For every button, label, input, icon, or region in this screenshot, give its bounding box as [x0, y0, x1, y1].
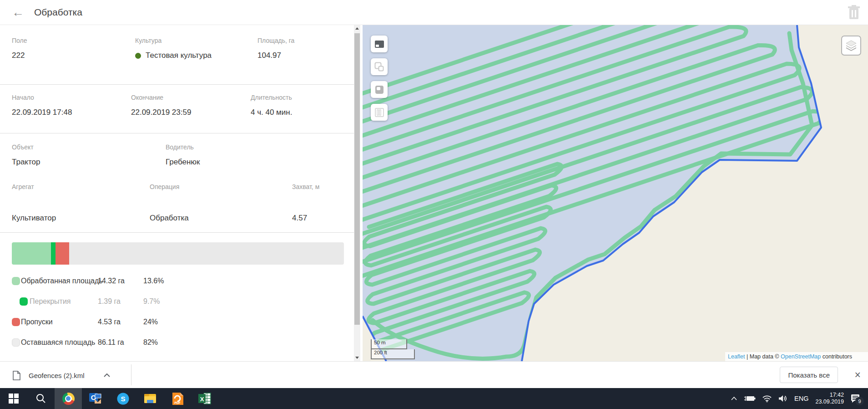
details-panel: Поле Культура Площадь, га 222 Тестовая к… [0, 25, 354, 361]
progress-segment-overlap [51, 242, 56, 265]
taskbar-outlook-button[interactable]: O [82, 388, 109, 409]
scale-imperial: 200 ft [371, 349, 415, 359]
taskbar-skype-button[interactable]: S [109, 388, 136, 409]
legend-row-missed: Пропуски 4.53 га 24% [12, 312, 344, 332]
map-tool-compare-button[interactable] [371, 58, 388, 75]
section-time: Начало Окончание Длительность 22.09.2019… [0, 85, 354, 133]
culture-color-dot [135, 53, 141, 59]
progress-segment-remaining [69, 242, 344, 265]
operation-label: Операция [150, 183, 292, 190]
overlap-area: 1.39 га [98, 297, 121, 306]
progress-segment-processed [12, 242, 51, 265]
filled-square-icon [375, 85, 384, 94]
progress-segment-missed [56, 242, 69, 265]
field-label: Поле [12, 37, 135, 44]
download-filename: Geofences (2).kml [29, 372, 85, 379]
overlap-squares-icon [374, 62, 384, 72]
taskbar-chrome-button[interactable] [55, 388, 82, 409]
chevron-up-icon[interactable] [104, 373, 110, 377]
taskbar-search-button[interactable] [27, 388, 55, 409]
app-window: ← Обработка Поле Культура Площадь, га 22… [0, 0, 868, 409]
area-label: Площадь, га [257, 37, 354, 44]
system-tray: ENG 17:42 23.09.2019 9 [731, 388, 865, 409]
delete-trash-icon[interactable] [846, 4, 862, 20]
attribution-separator: | Map data © [745, 353, 781, 360]
taskbar-explorer-button[interactable] [136, 388, 164, 409]
missed-label: Пропуски [21, 318, 53, 326]
windows-logo-icon [9, 394, 19, 404]
map-container[interactable]: 50 m 200 ft Leaflet | Map data © OpenStr… [363, 25, 868, 361]
remaining-label: Оставшаяся площадь [21, 338, 95, 347]
osm-link[interactable]: OpenStreetMap [781, 353, 821, 360]
layers-icon [845, 40, 857, 51]
map-attribution: Leaflet | Map data © OpenStreetMap contr… [725, 352, 868, 361]
missed-swatch [12, 318, 20, 326]
scale-metric: 50 m [371, 339, 407, 349]
wifi-icon[interactable] [762, 395, 772, 402]
skype-icon: S [117, 393, 129, 405]
overlap-label: Перекрытия [30, 297, 71, 306]
map-tool-fill-button[interactable] [371, 81, 388, 98]
operation-value: Обработка [150, 214, 292, 223]
svg-text:S: S [121, 395, 125, 403]
duration-value: 4 ч. 40 мин. [251, 108, 354, 117]
volume-icon[interactable] [778, 395, 787, 402]
map-scale-control: 50 m 200 ft [371, 339, 415, 359]
legend-row-overlap: Перекрытия 1.39 га 9.7% [12, 291, 344, 312]
header: ← Обработка [0, 0, 868, 25]
start-value: 22.09.2019 17:48 [12, 108, 131, 117]
remaining-pct: 82% [143, 338, 158, 347]
taskbar-foxit-button[interactable]: PDF [164, 388, 191, 409]
missed-pct: 24% [143, 318, 158, 326]
map-tool-overview-button[interactable] [371, 36, 388, 52]
language-indicator[interactable]: ENG [794, 395, 808, 402]
coverage-label: Захват, м [292, 183, 354, 190]
svg-text:X: X [200, 396, 204, 403]
remaining-area: 86.11 га [98, 338, 124, 347]
scrollbar-thumb[interactable] [354, 33, 360, 325]
leaflet-link[interactable]: Leaflet [728, 353, 745, 360]
scroll-up-icon[interactable] [354, 25, 360, 32]
culture-label: Культура [135, 37, 257, 44]
field-value: 222 [12, 51, 135, 60]
notification-badge: 9 [855, 397, 864, 405]
close-download-bar-icon[interactable]: × [855, 368, 861, 382]
remaining-swatch [12, 338, 20, 347]
map-layers-button[interactable] [841, 36, 861, 56]
file-explorer-icon [144, 393, 156, 404]
start-button[interactable] [0, 388, 27, 409]
start-label: Начало [12, 94, 131, 101]
duration-label: Длительность [251, 94, 354, 101]
processed-label: Обработанная площадь [21, 277, 103, 285]
chrome-icon [62, 393, 75, 405]
file-icon [13, 371, 20, 380]
download-item[interactable]: Geofences (2).kml [13, 367, 110, 383]
attribution-suffix: contributors [821, 353, 852, 360]
map-canvas[interactable] [363, 25, 868, 361]
scroll-down-icon[interactable] [354, 354, 360, 361]
processed-pct: 13.6% [143, 277, 164, 285]
page-title: Обработка [34, 7, 82, 18]
taskbar: O S [0, 388, 868, 409]
end-label: Окончание [131, 94, 251, 101]
clock-date: 23.09.2019 [815, 399, 844, 405]
back-arrow-icon[interactable]: ← [12, 6, 24, 19]
overlap-pct: 9.7% [143, 297, 160, 306]
panel-scrollbar[interactable] [354, 25, 360, 361]
action-center-button[interactable]: 9 [851, 394, 861, 403]
implement-value: Культиватор [12, 214, 150, 223]
legend-row-processed: Обработанная площадь 14.32 га 13.6% [12, 271, 344, 291]
taskbar-excel-button[interactable]: X [191, 388, 218, 409]
processed-swatch [12, 277, 20, 285]
battery-icon[interactable] [744, 395, 756, 402]
section-stats: Обработанная площадь 14.32 га 13.6% Пере… [0, 233, 354, 361]
outlook-icon: O [89, 393, 102, 405]
coverage-value: 4.57 [292, 214, 354, 223]
coverage-progress-bar [12, 242, 344, 265]
end-value: 22.09.2019 23:59 [131, 108, 251, 117]
section-machine: Объект Водитель Трактор Гребенюк Агрегат… [0, 133, 354, 233]
clock[interactable]: 17:42 23.09.2019 [815, 392, 844, 405]
tray-chevron-up-icon[interactable] [731, 397, 737, 400]
map-tool-tracks-button[interactable] [371, 104, 388, 121]
show-all-button[interactable]: Показать все [780, 367, 838, 383]
